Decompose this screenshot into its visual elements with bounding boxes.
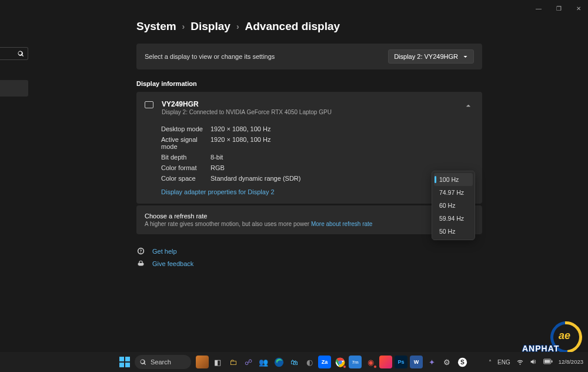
refresh-option[interactable]: 60 Hz: [434, 199, 473, 212]
taskbar: Search ◧ 🗀 ☍ 👥 🛍 ◐ Za 7m ◉ Ps W ✦ ⚙ S ˄ …: [0, 352, 588, 372]
sidebar-item-active[interactable]: [0, 80, 28, 97]
breadcrumb: System › Display › Advanced display: [136, 20, 482, 33]
give-feedback-link[interactable]: Give feedback: [136, 257, 482, 270]
taskbar-app-icon[interactable]: ✦: [425, 356, 438, 368]
refresh-rate-dropdown[interactable]: 100 Hz 74.97 Hz 60 Hz 59.94 Hz 50 Hz: [432, 171, 475, 240]
select-display-card: Select a display to view or change its s…: [136, 44, 482, 69]
taskbar-photoshop-icon[interactable]: Ps: [395, 356, 407, 368]
display-model: VY249HGR: [162, 100, 455, 108]
display-info-card: VY249HGR Display 2: Connected to NVIDIA …: [136, 92, 482, 204]
help-icon: [136, 247, 145, 255]
get-help-link[interactable]: Get help: [136, 245, 482, 257]
info-row: Color spaceStandard dynamic range (SDR): [161, 173, 474, 184]
start-button[interactable]: [119, 357, 130, 367]
svg-text:S: S: [460, 358, 465, 365]
breadcrumb-current: Advanced display: [245, 20, 340, 33]
info-row: Bit depth8-bit: [161, 152, 474, 162]
svg-rect-7: [552, 360, 553, 363]
feedback-icon: [136, 260, 145, 267]
search-icon: [140, 359, 146, 366]
maximize-button[interactable]: ❐: [554, 4, 563, 13]
system-tray: ˄ ENG 12/8/2023: [489, 358, 583, 366]
select-display-label: Select a display to view or change its s…: [145, 53, 275, 60]
taskbar-app-icon[interactable]: ☍: [242, 356, 255, 368]
refresh-rate-card: Choose a refresh rate A higher rate give…: [136, 205, 482, 234]
taskbar-search[interactable]: Search: [135, 355, 191, 369]
taskbar-chrome-icon[interactable]: [333, 356, 346, 368]
more-refresh-link[interactable]: More about refresh rate: [311, 221, 373, 227]
taskbar-app-icon[interactable]: ◉: [364, 356, 377, 368]
sidebar-search[interactable]: [0, 47, 28, 60]
taskbar-explorer-icon[interactable]: 🗀: [226, 356, 239, 368]
watermark-logo: ae ANPHAT: [550, 321, 584, 356]
section-title: Display information: [136, 80, 482, 87]
taskbar-word-icon[interactable]: W: [410, 356, 423, 368]
main-content: System › Display › Advanced display Sele…: [136, 20, 482, 270]
tray-language[interactable]: ENG: [497, 359, 510, 366]
info-row: Active signal mode1920 × 1080, 100 Hz: [161, 134, 474, 152]
collapse-button[interactable]: [463, 100, 474, 112]
chevron-up-icon: [465, 102, 472, 109]
tray-wifi-icon[interactable]: [516, 358, 524, 366]
breadcrumb-system[interactable]: System: [136, 20, 176, 33]
sidebar: [0, 47, 28, 97]
tray-clock[interactable]: 12/8/2023: [559, 359, 583, 365]
refresh-rate-subtitle: A higher rate gives smoother motion, but…: [145, 221, 474, 227]
taskbar-edge-icon[interactable]: [272, 356, 285, 368]
refresh-option[interactable]: 59.94 Hz: [434, 212, 473, 225]
display-selector-dropdown[interactable]: Display 2: VY249HGR: [388, 49, 474, 64]
info-row: Desktop mode1920 × 1080, 100 Hz: [161, 124, 474, 134]
taskbar-settings-icon[interactable]: ⚙: [440, 356, 453, 368]
svg-rect-6: [544, 360, 550, 363]
tray-volume-icon[interactable]: [530, 358, 537, 366]
taskbar-app-icon[interactable]: [379, 356, 392, 368]
refresh-option[interactable]: 100 Hz: [434, 173, 473, 186]
close-button[interactable]: ✕: [574, 4, 583, 13]
search-icon: [18, 51, 24, 57]
window-titlebar: — ❐ ✕: [0, 0, 588, 16]
tray-chevron-icon[interactable]: ˄: [489, 359, 492, 366]
taskbar-app-icon[interactable]: 7m: [349, 356, 362, 368]
adapter-properties-link[interactable]: Display adapter properties for Display 2: [161, 188, 275, 195]
taskbar-app-icon[interactable]: ◐: [303, 356, 316, 368]
chevron-right-icon: ›: [236, 22, 239, 31]
info-row: Color formatRGB: [161, 162, 474, 173]
tray-battery-icon[interactable]: [543, 358, 553, 366]
taskbar-store-icon[interactable]: 🛍: [288, 356, 300, 368]
chevron-right-icon: ›: [182, 22, 185, 31]
minimize-button[interactable]: —: [534, 4, 543, 13]
taskbar-app-icon[interactable]: [196, 356, 209, 368]
taskbar-zalo-icon[interactable]: Za: [318, 356, 331, 368]
taskbar-teams-icon[interactable]: 👥: [257, 356, 270, 368]
taskbar-taskview-icon[interactable]: ◧: [211, 356, 224, 368]
display-connection: Display 2: Connected to NVIDIA GeForce R…: [162, 109, 455, 115]
display-selector-value: Display 2: VY249HGR: [394, 53, 458, 60]
chevron-down-icon: [463, 54, 468, 59]
display-info-table: Desktop mode1920 × 1080, 100 Hz Active s…: [161, 124, 474, 184]
refresh-option[interactable]: 50 Hz: [434, 225, 473, 238]
refresh-rate-title: Choose a refresh rate: [145, 212, 474, 220]
refresh-option[interactable]: 74.97 Hz: [434, 186, 473, 199]
taskbar-skype-icon[interactable]: S: [456, 356, 469, 368]
monitor-icon: [145, 101, 153, 108]
footer-links: Get help Give feedback: [136, 245, 482, 270]
breadcrumb-display[interactable]: Display: [191, 20, 230, 33]
